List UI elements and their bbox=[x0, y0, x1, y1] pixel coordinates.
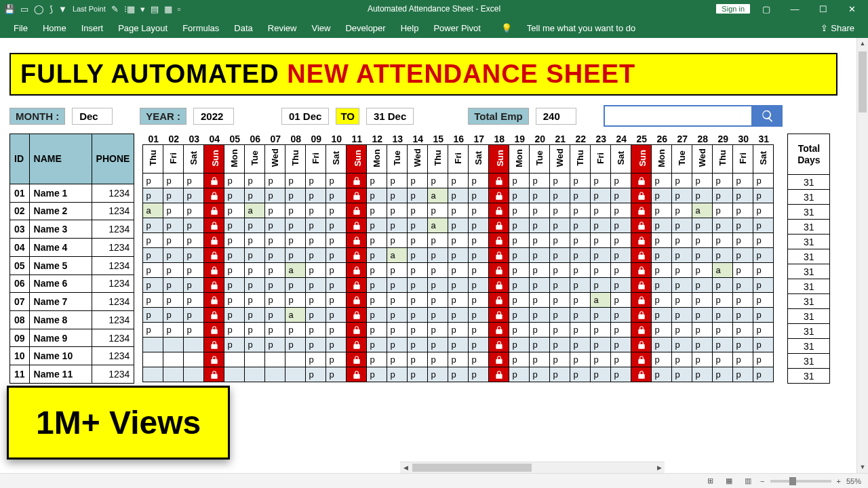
tab-data[interactable]: Data bbox=[234, 23, 252, 33]
attendance-cell[interactable]: p bbox=[408, 338, 428, 352]
attendance-cell[interactable]: p bbox=[591, 278, 611, 293]
attendance-cell[interactable] bbox=[347, 323, 367, 338]
attendance-cell[interactable]: p bbox=[367, 352, 387, 367]
total-days-cell[interactable]: 31 bbox=[788, 369, 830, 384]
attendance-cell[interactable] bbox=[631, 203, 652, 218]
attendance-cell[interactable]: p bbox=[428, 174, 448, 188]
attendance-cell[interactable]: p bbox=[611, 293, 631, 308]
worksheet-canvas[interactable]: FULLY AUTOMATED NEW ATTENDANCE SHEET MON… bbox=[0, 38, 856, 473]
attendance-cell[interactable]: p bbox=[733, 323, 753, 338]
attendance-cell[interactable] bbox=[204, 218, 224, 233]
attendance-cell[interactable]: p bbox=[652, 188, 672, 203]
attendance-cell[interactable] bbox=[184, 352, 204, 367]
attendance-cell[interactable] bbox=[184, 338, 204, 352]
attendance-cell[interactable] bbox=[347, 352, 367, 367]
attendance-cell[interactable]: p bbox=[611, 352, 631, 367]
attendance-cell[interactable]: p bbox=[530, 338, 550, 352]
attendance-cell[interactable]: a bbox=[428, 188, 448, 203]
attendance-cell[interactable]: p bbox=[591, 188, 611, 203]
pencil-icon[interactable]: ✎ bbox=[111, 5, 119, 14]
attendance-cell[interactable]: p bbox=[570, 174, 591, 188]
table-row[interactable]: 05Name 51234 bbox=[10, 256, 134, 274]
attendance-cell[interactable]: p bbox=[591, 263, 611, 278]
attendance-cell[interactable]: p bbox=[672, 308, 692, 323]
attendance-cell[interactable]: p bbox=[550, 293, 570, 308]
attendance-cell[interactable]: p bbox=[326, 338, 347, 352]
cell-phone[interactable]: 1234 bbox=[92, 184, 134, 202]
attendance-cell[interactable]: p bbox=[245, 323, 265, 338]
attendance-cell[interactable]: p bbox=[652, 293, 672, 308]
horizontal-scrollbar[interactable]: ◀ ▶ bbox=[400, 462, 665, 473]
attendance-cell[interactable] bbox=[631, 188, 652, 203]
attendance-cell[interactable]: p bbox=[713, 278, 733, 293]
attendance-cell[interactable]: p bbox=[692, 248, 713, 263]
attendance-cell[interactable]: p bbox=[326, 188, 347, 203]
attendance-cell[interactable]: p bbox=[448, 278, 469, 293]
attendance-cell[interactable]: p bbox=[713, 248, 733, 263]
attendance-cell[interactable]: p bbox=[652, 278, 672, 293]
cell-phone[interactable]: 1234 bbox=[92, 274, 134, 293]
tab-home[interactable]: Home bbox=[43, 23, 66, 33]
scroll-left-icon[interactable]: ◀ bbox=[400, 462, 411, 473]
attendance-cell[interactable]: p bbox=[611, 338, 631, 352]
attendance-cell[interactable]: p bbox=[591, 338, 611, 352]
attendance-cell[interactable]: p bbox=[143, 174, 163, 188]
attendance-cell[interactable] bbox=[489, 188, 509, 203]
attendance-cell[interactable]: p bbox=[692, 233, 713, 248]
attendance-cell[interactable]: p bbox=[692, 263, 713, 278]
attendance-cell[interactable]: p bbox=[265, 188, 285, 203]
attendance-cell[interactable]: p bbox=[285, 278, 306, 293]
attendance-cell[interactable]: p bbox=[387, 218, 408, 233]
tab-page-layout[interactable]: Page Layout bbox=[118, 23, 167, 33]
attendance-cell[interactable]: p bbox=[753, 323, 774, 338]
attendance-cell[interactable]: p bbox=[306, 352, 326, 367]
attendance-cell[interactable]: p bbox=[428, 263, 448, 278]
attendance-cell[interactable]: p bbox=[713, 188, 733, 203]
cell-phone[interactable]: 1234 bbox=[92, 365, 134, 384]
attendance-cell[interactable]: p bbox=[143, 278, 163, 293]
attendance-cell[interactable]: p bbox=[611, 367, 631, 382]
shape-icon[interactable]: ▭ bbox=[20, 5, 28, 14]
attendance-cell[interactable]: p bbox=[550, 218, 570, 233]
attendance-cell[interactable]: p bbox=[224, 293, 245, 308]
tab-insert[interactable]: Insert bbox=[81, 23, 104, 33]
attendance-cell[interactable] bbox=[184, 367, 204, 382]
month-value[interactable]: Dec bbox=[72, 108, 113, 125]
attendance-cell[interactable] bbox=[489, 308, 509, 323]
attendance-cell[interactable]: p bbox=[428, 203, 448, 218]
attendance-cell[interactable]: p bbox=[733, 174, 753, 188]
attendance-cell[interactable] bbox=[489, 248, 509, 263]
attendance-cell[interactable]: p bbox=[245, 338, 265, 352]
attendance-cell[interactable]: p bbox=[448, 174, 469, 188]
filter-icon[interactable]: ⟆ bbox=[50, 5, 53, 14]
attendance-cell[interactable] bbox=[631, 323, 652, 338]
attendance-cell[interactable]: p bbox=[733, 203, 753, 218]
total-days-cell[interactable]: 31 bbox=[788, 175, 830, 190]
attendance-cell[interactable]: p bbox=[692, 308, 713, 323]
attendance-cell[interactable]: p bbox=[713, 308, 733, 323]
attendance-cell[interactable]: p bbox=[672, 338, 692, 352]
attendance-cell[interactable]: p bbox=[326, 352, 347, 367]
total-days-cell[interactable]: 31 bbox=[788, 294, 830, 309]
cell-phone[interactable]: 1234 bbox=[92, 329, 134, 347]
attendance-cell[interactable]: p bbox=[448, 233, 469, 248]
attendance-cell[interactable] bbox=[631, 293, 652, 308]
cell-phone[interactable]: 1234 bbox=[92, 239, 134, 257]
attendance-cell[interactable]: p bbox=[530, 233, 550, 248]
attendance-cell[interactable]: p bbox=[265, 308, 285, 323]
table-row[interactable]: 01Name 11234 bbox=[10, 184, 134, 202]
attendance-cell[interactable]: p bbox=[367, 367, 387, 382]
zoom-level[interactable]: 55% bbox=[846, 477, 861, 485]
attendance-cell[interactable]: p bbox=[306, 218, 326, 233]
attendance-cell[interactable] bbox=[347, 367, 367, 382]
attendance-cell[interactable]: p bbox=[570, 278, 591, 293]
attendance-cell[interactable]: p bbox=[387, 174, 408, 188]
tab-help[interactable]: Help bbox=[401, 23, 419, 33]
table-row[interactable]: 07Name 71234 bbox=[10, 293, 134, 311]
attendance-cell[interactable]: p bbox=[326, 278, 347, 293]
attendance-cell[interactable]: p bbox=[550, 352, 570, 367]
cell-phone[interactable]: 1234 bbox=[92, 256, 134, 274]
table-row[interactable]: 06Name 61234 bbox=[10, 274, 134, 293]
attendance-cell[interactable]: p bbox=[367, 263, 387, 278]
table-row[interactable]: 10Name 101234 bbox=[10, 347, 134, 365]
